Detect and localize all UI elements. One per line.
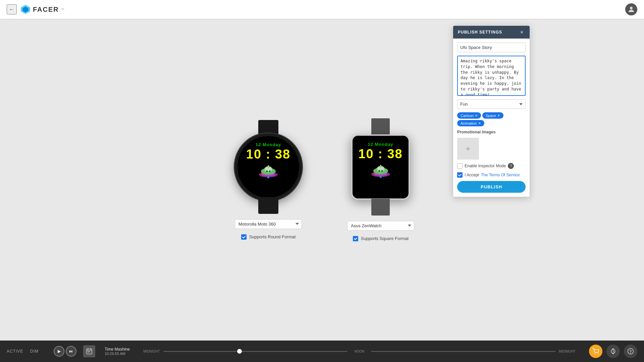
inspector-mode-row: Enable Inspector Mode ? (457, 163, 526, 169)
checkmark-icon (354, 237, 358, 241)
cart-icon (592, 348, 599, 355)
watch2-band-top (371, 118, 390, 135)
watch2-model-select[interactable]: Asus ZenWatch (347, 221, 414, 231)
publish-panel-close-button[interactable]: × (519, 29, 525, 35)
tos-row: I Accept The Terms Of Service (457, 172, 526, 178)
logo-text: FACER (33, 6, 59, 13)
tag-cartoon[interactable]: Cartoon × (457, 112, 481, 119)
watch1-time: 10 : 38 (246, 148, 290, 161)
publish-panel-header: PUBLISH SETTINGS × (453, 26, 530, 39)
fast-forward-button[interactable]: ⏭ (66, 346, 76, 357)
inspector-help-icon[interactable]: ? (508, 163, 514, 169)
tag-space[interactable]: Space × (482, 112, 503, 119)
svg-point-3 (630, 7, 633, 9)
inspector-mode-checkbox[interactable] (457, 163, 463, 169)
watch2-face: 12 Monday 10 : 38 (353, 136, 409, 198)
bottom-right-icons (589, 345, 637, 358)
watch-description-textarea[interactable]: Amazing rikky's space trip. When the mor… (457, 56, 526, 96)
watch2-square: 12 Monday 10 : 38 (347, 118, 414, 216)
publish-panel-body: Amazing rikky's space trip. When the mor… (453, 39, 530, 197)
tos-link[interactable]: The Terms Of Service (481, 173, 520, 177)
watch-preview-button[interactable] (606, 345, 620, 358)
watch2-time: 10 : 38 (358, 147, 402, 160)
tag-space-label: Space (486, 114, 496, 118)
watch-name-input[interactable] (457, 43, 526, 52)
tos-text-prefix: I Accept (465, 173, 479, 177)
checkmark-icon (242, 235, 246, 239)
watch-icon (610, 348, 616, 355)
timeline-midnight-left: MIDNIGHT (143, 350, 160, 353)
watch2-container: 12 Monday 10 : 38 (347, 118, 414, 241)
tag-animation-remove[interactable]: × (478, 121, 481, 125)
watch1-ufo-graphic (255, 161, 282, 181)
calendar-icon (86, 348, 93, 355)
inspector-mode-label: Enable Inspector Mode (465, 164, 506, 168)
publish-panel-title: PUBLISH SETTINGS (458, 30, 502, 35)
watch2-format-row: Supports Square Format (353, 236, 409, 241)
time-machine-name: Time Mashine (105, 347, 130, 352)
add-promo-image-button[interactable]: + (457, 138, 479, 160)
tos-checkmark-icon (458, 173, 462, 177)
publish-button[interactable]: PUBLISH (457, 181, 526, 193)
time-machine-info: Time Mashine 10:26:55 AM (105, 347, 130, 356)
help-icon (627, 348, 634, 355)
promo-images-label: Promotional Images (457, 130, 526, 134)
svg-point-25 (380, 176, 382, 178)
svg-point-33 (597, 353, 598, 354)
cart-button[interactable] (589, 345, 602, 358)
watch2-band-bottom (371, 199, 390, 216)
watch1-format-row: Supports Round Format (241, 234, 296, 240)
tag-input-field[interactable] (486, 120, 506, 126)
play-button[interactable]: ▶ (54, 346, 64, 357)
watch2-square-checkbox[interactable] (353, 236, 358, 241)
tag-cartoon-label: Cartoon (461, 114, 474, 118)
svg-point-23 (380, 165, 381, 166)
watch2-body: 12 Monday 10 : 38 (351, 134, 410, 200)
logo-tm: ™ (61, 8, 64, 11)
svg-rect-30 (88, 351, 89, 352)
header: ← FACER ™ (0, 0, 644, 19)
tag-space-remove[interactable]: × (497, 113, 500, 118)
tos-checkbox[interactable] (457, 172, 463, 178)
svg-point-38 (630, 353, 631, 353)
tag-cartoon-remove[interactable]: × (475, 113, 478, 118)
avatar[interactable] (625, 3, 637, 15)
time-machine-time: 10:26:55 AM (105, 352, 130, 356)
logo: FACER ™ (20, 4, 64, 15)
timeline-track-right[interactable] (371, 351, 555, 352)
calendar-button[interactable] (83, 345, 95, 357)
watch2-format-label: Supports Square Format (361, 236, 409, 241)
active-label: ACTIVE (7, 349, 23, 354)
timeline-noon: NOON (351, 350, 368, 353)
back-button[interactable]: ← (7, 4, 17, 14)
svg-point-12 (268, 165, 269, 167)
watch1-round: 12 Monday 10 : 38 (230, 120, 307, 214)
dim-label: DIM (30, 349, 47, 354)
timeline-thumb[interactable] (237, 349, 242, 354)
svg-point-14 (267, 176, 269, 178)
watch1-round-checkbox[interactable] (241, 234, 247, 240)
publish-settings-panel: PUBLISH SETTINGS × Amazing rikky's space… (453, 25, 530, 197)
bottom-bar: ACTIVE DIM ▶ ⏭ Time Mashine 10:26:55 AM … (0, 341, 644, 362)
watch2-ufo-graphic (367, 160, 394, 180)
timeline-container: MIDNIGHT NOON MIDNIGHT (143, 350, 576, 353)
watch1-band-bottom (258, 197, 278, 214)
playback-controls: ▶ ⏭ (54, 346, 76, 357)
svg-point-13 (261, 173, 263, 175)
tag-animation[interactable]: Animation × (457, 120, 484, 126)
timeline-midnight-right: MIDNIGHT (559, 350, 576, 353)
help-button[interactable] (624, 345, 637, 358)
watch1-model-select[interactable]: Motorolla Moto 360 (235, 219, 302, 229)
watch1-container: 12 Monday 10 : 38 (230, 120, 307, 240)
category-select[interactable]: Fun Sport Nature Abstract (457, 99, 526, 109)
watch2-date: 12 Monday (368, 142, 393, 147)
svg-point-20 (378, 170, 380, 172)
timeline-track[interactable] (163, 351, 348, 352)
main-content: 12 Monday 10 : 38 (0, 19, 644, 341)
user-icon (627, 5, 635, 13)
svg-rect-36 (612, 353, 614, 354)
svg-point-24 (374, 173, 376, 175)
watch1-format-label: Supports Round Format (249, 234, 296, 239)
watch1-body: 12 Monday 10 : 38 (235, 133, 302, 200)
svg-point-32 (594, 353, 595, 354)
